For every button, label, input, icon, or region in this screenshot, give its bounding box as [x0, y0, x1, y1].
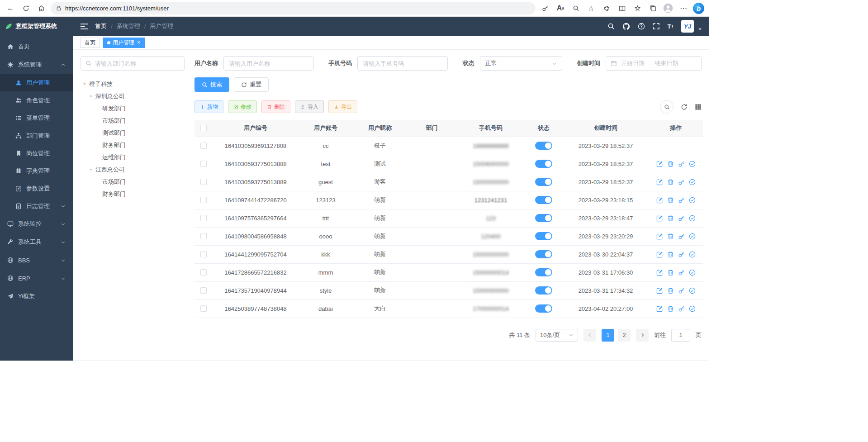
assign-role-button[interactable]	[689, 305, 696, 312]
edit-row-button[interactable]	[656, 233, 663, 240]
sidebar-item-menu-management[interactable]: 菜单管理	[0, 109, 73, 127]
delete-button[interactable]: 删除	[261, 100, 290, 113]
delete-row-button[interactable]	[667, 161, 674, 167]
date-range-picker[interactable]: 开始日期 - 结束日期	[606, 56, 702, 71]
reset-password-button[interactable]	[678, 233, 685, 240]
site-lock-icon[interactable]	[56, 5, 62, 11]
status-toggle[interactable]	[535, 268, 552, 276]
favorites-bar-icon[interactable]	[631, 2, 643, 14]
help-button[interactable]	[638, 23, 645, 30]
edit-row-button[interactable]	[656, 251, 663, 258]
tree-node[interactable]: 测试部门	[81, 127, 185, 139]
status-toggle[interactable]	[535, 160, 552, 168]
page-button-2[interactable]: 2	[618, 329, 631, 342]
assign-role-button[interactable]	[689, 215, 696, 222]
row-checkbox[interactable]	[200, 215, 207, 221]
extensions-icon[interactable]	[601, 2, 612, 14]
row-checkbox[interactable]	[200, 287, 207, 294]
status-toggle[interactable]	[535, 304, 552, 313]
page-size-select[interactable]: 10条/页	[536, 329, 578, 342]
tree-node[interactable]: 橙子科技	[81, 78, 185, 90]
tree-node[interactable]: 市场部门	[81, 176, 185, 188]
row-checkbox[interactable]	[200, 233, 207, 239]
assign-role-button[interactable]	[689, 197, 696, 204]
sidebar-item-role-management[interactable]: 角色管理	[0, 91, 73, 109]
sidebar-item-erp[interactable]: ERP	[0, 269, 73, 287]
add-button[interactable]: 新增	[194, 100, 223, 113]
assign-role-button[interactable]	[689, 179, 696, 185]
breadcrumb-item[interactable]: 首页	[95, 22, 107, 30]
sidebar-item-system-management[interactable]: 系统管理	[0, 56, 73, 74]
header-search-button[interactable]	[607, 23, 615, 30]
edit-row-button[interactable]	[656, 269, 663, 276]
tab-close-icon[interactable]: ×	[137, 39, 140, 46]
status-toggle[interactable]	[535, 286, 552, 295]
browser-home-button[interactable]	[35, 2, 47, 14]
row-checkbox[interactable]	[200, 269, 207, 276]
breadcrumb-item[interactable]: 用户管理	[150, 22, 173, 30]
user-avatar[interactable]: YJ	[681, 20, 694, 33]
status-toggle[interactable]	[535, 250, 552, 258]
sidebar-item-yi-framework[interactable]: Yi框架	[0, 287, 73, 305]
sidebar-item-param-settings[interactable]: 参数设置	[0, 180, 73, 197]
search-button[interactable]: 搜索	[194, 77, 229, 92]
github-button[interactable]	[622, 23, 630, 30]
edit-row-button[interactable]	[656, 161, 663, 167]
delete-row-button[interactable]	[667, 179, 674, 185]
password-key-icon[interactable]	[539, 2, 551, 14]
row-checkbox[interactable]	[200, 197, 207, 203]
copilot-bing-icon[interactable]: b	[693, 3, 704, 14]
row-checkbox[interactable]	[200, 161, 207, 167]
prev-page-button[interactable]	[583, 329, 596, 342]
tree-node[interactable]: 深圳总公司	[81, 90, 185, 102]
browser-menu-icon[interactable]: ⋯	[678, 2, 689, 14]
sidebar-item-log-management[interactable]: 日志管理	[0, 197, 73, 215]
row-checkbox[interactable]	[200, 305, 207, 312]
sidebar-item-system-tools[interactable]: 系统工具	[0, 233, 73, 251]
status-toggle[interactable]	[535, 196, 552, 204]
reset-password-button[interactable]	[678, 179, 685, 185]
next-page-button[interactable]	[636, 329, 649, 342]
delete-row-button[interactable]	[667, 287, 674, 294]
sidebar-item-dict-management[interactable]: 字典管理	[0, 162, 73, 180]
status-toggle[interactable]	[535, 232, 552, 240]
assign-role-button[interactable]	[689, 269, 696, 276]
sidebar-item-user-management[interactable]: 用户管理	[0, 74, 73, 91]
delete-row-button[interactable]	[667, 269, 674, 276]
assign-role-button[interactable]	[689, 233, 696, 240]
goto-page-input[interactable]	[671, 329, 690, 342]
delete-row-button[interactable]	[667, 197, 674, 204]
edit-row-button[interactable]	[656, 287, 663, 294]
delete-row-button[interactable]	[667, 233, 674, 240]
sidebar-item-post-management[interactable]: 岗位管理	[0, 144, 73, 162]
profile-avatar[interactable]	[662, 2, 674, 14]
tree-node[interactable]: 财务部门	[81, 139, 185, 151]
tree-node[interactable]: 江西总公司	[81, 163, 185, 176]
sidebar-item-dept-management[interactable]: 部门管理	[0, 127, 73, 144]
address-bar[interactable]: https://ccnetcore.com:1101/system/user	[51, 2, 536, 14]
edit-row-button[interactable]	[656, 215, 663, 222]
reset-password-button[interactable]	[678, 305, 685, 312]
department-search-box[interactable]	[81, 56, 185, 71]
reset-password-button[interactable]	[678, 161, 685, 167]
tab-user-management[interactable]: 用户管理×	[103, 38, 145, 48]
read-aloud-icon[interactable]: Aa	[555, 2, 566, 14]
import-button[interactable]: 导入	[295, 100, 324, 113]
favorites-add-icon[interactable]: ☆	[585, 2, 597, 14]
zoom-out-icon[interactable]	[570, 2, 582, 14]
tab-home[interactable]: 首页	[80, 38, 100, 48]
sidebar-item-bbs[interactable]: BBS	[0, 251, 73, 269]
font-size-button[interactable]: TT	[668, 23, 674, 30]
tree-node[interactable]: 运维部门	[81, 151, 185, 163]
breadcrumb-item[interactable]: 系统管理	[117, 22, 140, 30]
column-settings-button[interactable]	[695, 104, 702, 110]
row-checkbox[interactable]	[200, 251, 207, 257]
assign-role-button[interactable]	[689, 251, 696, 258]
sidebar-item-system-monitor[interactable]: 系统监控	[0, 215, 73, 233]
tree-node[interactable]: 市场部门	[81, 114, 185, 127]
edit-row-button[interactable]	[656, 305, 663, 312]
show-search-toggle-button[interactable]	[660, 100, 674, 114]
reset-button[interactable]: 重置	[234, 77, 269, 92]
delete-row-button[interactable]	[667, 215, 674, 222]
edit-row-button[interactable]	[656, 197, 663, 204]
